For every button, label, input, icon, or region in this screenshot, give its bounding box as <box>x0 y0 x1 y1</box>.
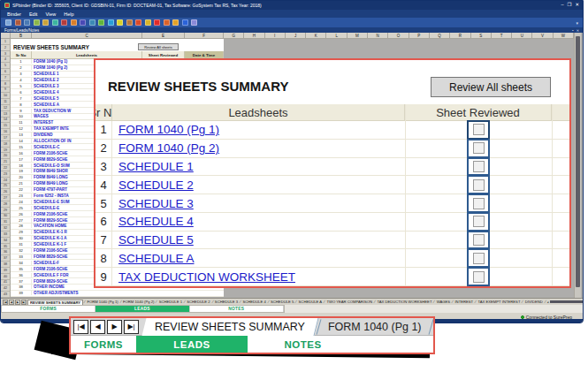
menu-item-help[interactable]: Help <box>64 11 73 17</box>
sheet-reviewed-checkbox[interactable] <box>473 216 485 227</box>
sheet-tab[interactable]: FORM 1040 (Pg 2) <box>122 300 155 304</box>
minimize-button[interactable]: – <box>561 3 563 8</box>
row-number: 43 <box>1 292 11 298</box>
row-number: 2 <box>1 45 11 51</box>
review-summary-overlay: REVIEW SHEETS SUMMARY Review All sheets … <box>94 58 571 288</box>
sheet-reviewed-checkbox[interactable] <box>473 198 485 209</box>
tab-nav-button[interactable]: ◀ <box>9 300 14 305</box>
sheet-tab[interactable]: TWO YEAR COMPARISON <box>325 300 373 304</box>
toolbar-icon[interactable] <box>52 19 58 26</box>
sr-no: 6 <box>95 213 112 231</box>
tab-nav-button[interactable]: ▶ <box>15 300 20 305</box>
tab-nav-button[interactable]: |◀ <box>73 320 88 334</box>
tab-nav-button[interactable]: |◀ <box>3 300 8 305</box>
toolbar-icon[interactable] <box>172 19 179 26</box>
sheet-tab[interactable]: SCHEDULE 1 <box>158 300 183 304</box>
toolbar: ▾ <box>1 18 583 27</box>
sheet-tab[interactable]: FORM 1040 (Pg 1) <box>86 300 118 304</box>
toolbar-icon[interactable] <box>108 19 114 26</box>
menu-item-binder[interactable]: Binder <box>7 11 21 17</box>
toolbar-icon[interactable] <box>61 19 67 26</box>
leadsheet-link[interactable]: TAX DEDUCTION WORKSHEET <box>118 270 295 284</box>
tab-leads[interactable]: LEADS <box>136 336 248 353</box>
toolbar-icon[interactable] <box>182 19 188 26</box>
leadsheet-link[interactable]: SCHEDULE 1 <box>118 160 194 173</box>
toolbar-icon[interactable] <box>145 19 151 26</box>
sheet-tab[interactable]: REVIEW SHEETS SUMMARY <box>27 300 83 305</box>
horizontal-scrollbar-thumb[interactable] <box>550 300 583 303</box>
tab-nav-button[interactable]: ▶ <box>107 320 122 334</box>
toolbar-icon[interactable] <box>42 19 49 26</box>
tab-nav-button[interactable]: ▶| <box>124 320 139 334</box>
sheet-tab[interactable]: DIVIDEND <box>524 300 544 304</box>
vertical-scrollbar[interactable] <box>574 33 581 298</box>
toolbar-icon[interactable] <box>154 19 160 26</box>
toolbar-icon[interactable] <box>5 19 11 26</box>
toolbar-icon[interactable] <box>80 19 86 26</box>
vertical-scrollbar-thumb[interactable] <box>576 36 580 287</box>
sr-no: 33 <box>11 254 32 259</box>
row-number: 6 <box>1 69 11 75</box>
sheet-reviewed-checkbox[interactable] <box>473 142 485 154</box>
tab-leads[interactable]: LEADS <box>95 306 189 312</box>
toolbar-icon[interactable] <box>98 19 104 26</box>
pin-icon[interactable]: ▪ <box>572 28 573 33</box>
toolbar-icon[interactable] <box>89 19 95 26</box>
menu-item-edit[interactable]: Edit <box>29 11 37 17</box>
leadsheet-link[interactable]: OTHER ADJUSTMENTS <box>34 291 224 295</box>
leadsheet-link[interactable]: FORM 1040 (Pg 1) <box>118 123 219 136</box>
close-button[interactable]: ✕ <box>575 3 579 8</box>
sheet-tab[interactable]: TAX EXEMPT INTEREST <box>477 300 521 304</box>
sr-no: 7 <box>11 96 32 101</box>
sheet-reviewed-checkbox[interactable] <box>473 179 485 191</box>
review-all-sheets-button-large[interactable]: Review All sheets <box>431 77 551 97</box>
tab-forms[interactable]: FORMS <box>2 306 95 312</box>
horizontal-scrollbar[interactable]: ◄► <box>546 300 583 304</box>
sheet-tab[interactable]: SCHEDULE 5 <box>270 300 294 304</box>
toolbar-icon[interactable] <box>126 19 133 26</box>
column-header: F <box>185 33 224 39</box>
sheet-tab[interactable]: SCHEDULE A <box>298 300 324 304</box>
leadsheet-link[interactable]: SCHEDULE 4 <box>118 215 194 228</box>
leadsheet-link[interactable]: SCHEDULE 2 <box>118 178 194 192</box>
restore-button[interactable]: ❐ <box>567 3 571 8</box>
sheet-tab[interactable]: WAGES <box>436 300 451 304</box>
tab-nav-button[interactable]: ▶| <box>21 300 27 305</box>
sheet-tab[interactable]: SCHEDULE 4 <box>241 300 266 304</box>
toolbar-icon[interactable] <box>71 19 77 26</box>
tab-notes[interactable]: NOTES <box>248 336 358 353</box>
tab-notes[interactable]: NOTES <box>190 306 284 312</box>
sheet-tab-review-sheets-summary[interactable]: REVIEW SHEETS SUMMARY <box>142 318 319 336</box>
table-row: 39OTHER ADJUSTMENTS <box>11 291 224 297</box>
sheet-reviewed-checkbox[interactable] <box>473 253 485 264</box>
toolbar-icon[interactable] <box>24 19 30 26</box>
toolbar-icon[interactable] <box>117 19 123 26</box>
toolbar-icon[interactable] <box>15 19 21 26</box>
sheet-reviewed-checkbox[interactable] <box>473 161 485 172</box>
leadsheet-link[interactable]: SCHEDULE 3 <box>118 197 194 210</box>
close-panel-icon[interactable]: ✕ <box>577 28 579 33</box>
sheet-tab[interactable]: TAX DEDUCTION WORKSHEET <box>376 300 432 304</box>
leadsheet-link[interactable]: SCHEDULE A <box>118 252 195 265</box>
sheet-tab[interactable]: INTEREST <box>454 300 474 304</box>
sheet-tab[interactable]: SCHEDULE 3 <box>214 300 239 304</box>
tab-nav-button[interactable]: ◀ <box>90 320 105 334</box>
sheet-reviewed-checkbox[interactable] <box>473 271 485 283</box>
sheet-tab[interactable]: SCHEDULE 2 <box>186 300 210 304</box>
scroll-left-icon[interactable]: ◄ <box>546 300 549 304</box>
toolbar-overflow-icon[interactable]: ▾ <box>576 20 578 26</box>
sheet-tab-form-1040-pg1[interactable]: FORM 1040 (Pg 1) <box>321 321 429 333</box>
toolbar-icon[interactable] <box>34 19 40 26</box>
toolbar-icon[interactable] <box>135 19 141 26</box>
sheet-reviewed-checkbox[interactable] <box>473 234 485 246</box>
leadsheet-link[interactable]: FORM 1040 (Pg 2) <box>118 141 219 155</box>
leadsheet-link[interactable]: SCHEDULE 5 <box>118 233 194 247</box>
tab-forms[interactable]: FORMS <box>71 336 136 353</box>
review-all-sheets-button[interactable]: Review All sheets <box>138 43 179 50</box>
toolbar-icon[interactable] <box>164 19 170 26</box>
menu-item-view[interactable]: View <box>45 11 56 17</box>
toolbar-icon[interactable] <box>191 19 197 26</box>
row-number: 15 <box>1 123 11 129</box>
sheet-reviewed-checkbox[interactable] <box>473 124 485 135</box>
sr-no: 4 <box>11 78 32 82</box>
